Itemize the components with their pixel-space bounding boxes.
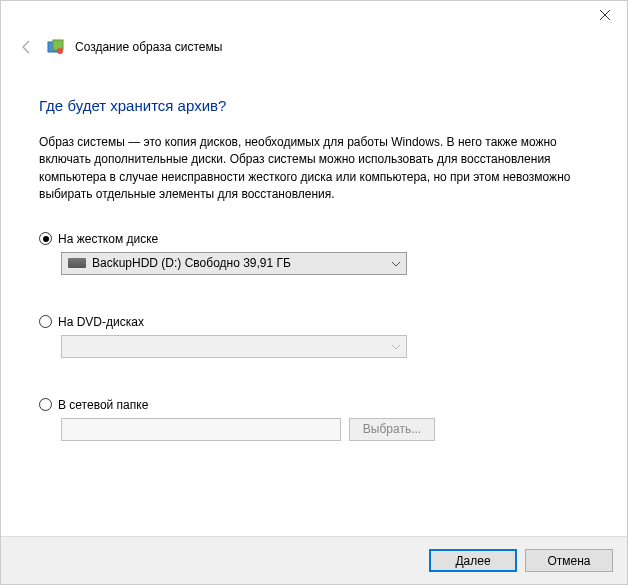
radio-dvd-label: На DVD-дисках	[58, 315, 144, 329]
wizard-window: Создание образа системы Где будет хранит…	[0, 0, 628, 585]
page-description: Образ системы — это копия дисков, необхо…	[39, 134, 589, 204]
next-button[interactable]: Далее	[429, 549, 517, 572]
wizard-title: Создание образа системы	[75, 40, 222, 54]
option-network: В сетевой папке Выбрать...	[39, 398, 589, 441]
radio-hdd[interactable]	[39, 232, 52, 245]
page-heading: Где будет хранится архив?	[39, 97, 589, 114]
hdd-drive-select[interactable]: BackupHDD (D:) Свободно 39,91 ГБ	[61, 252, 407, 275]
dvd-drive-select	[61, 335, 407, 358]
back-arrow-icon	[19, 39, 35, 55]
chevron-down-icon	[392, 256, 400, 270]
back-button[interactable]	[17, 37, 37, 57]
radio-hdd-label: На жестком диске	[58, 232, 158, 246]
option-hdd: На жестком диске BackupHDD (D:) Свободно…	[39, 232, 589, 275]
close-icon	[600, 10, 610, 20]
option-dvd: На DVD-дисках	[39, 315, 589, 358]
hdd-selected-value: BackupHDD (D:) Свободно 39,91 ГБ	[92, 256, 291, 270]
svg-point-2	[57, 48, 63, 54]
header: Создание образа системы	[1, 33, 627, 65]
radio-network-label: В сетевой папке	[58, 398, 148, 412]
drive-icon	[68, 258, 86, 268]
radio-dvd[interactable]	[39, 315, 52, 328]
chevron-down-icon	[392, 339, 400, 353]
radio-network[interactable]	[39, 398, 52, 411]
network-path-input	[61, 418, 341, 441]
browse-button: Выбрать...	[349, 418, 435, 441]
content-area: Где будет хранится архив? Образ системы …	[1, 65, 627, 441]
titlebar	[1, 1, 627, 33]
close-button[interactable]	[582, 1, 627, 29]
wizard-icon	[47, 38, 65, 56]
cancel-button[interactable]: Отмена	[525, 549, 613, 572]
footer: Далее Отмена	[1, 536, 627, 584]
